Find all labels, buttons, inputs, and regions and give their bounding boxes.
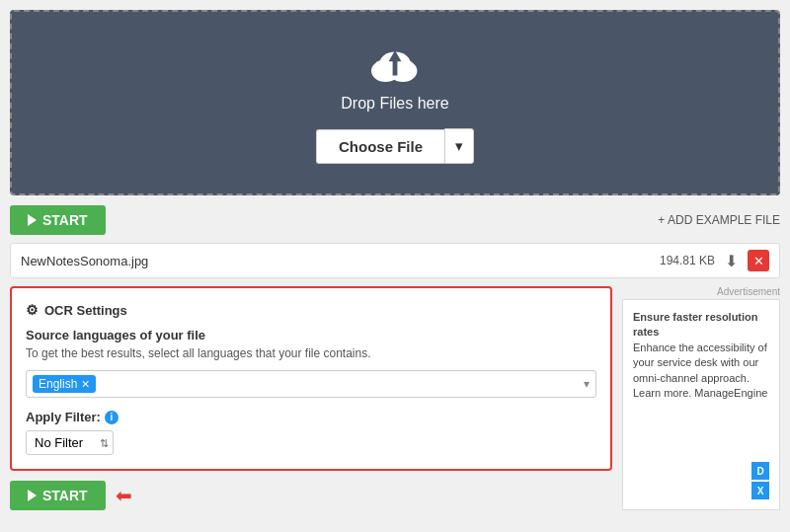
main-content: ⚙ OCR Settings Source languages of your … (10, 286, 780, 510)
page-wrapper: Drop Files here Choose File ▾ START + AD… (0, 0, 790, 532)
filter-info-icon[interactable]: i (105, 411, 118, 424)
lang-dropdown-arrow[interactable]: ▾ (584, 377, 590, 391)
ocr-settings-label: OCR Settings (44, 303, 127, 318)
bottom-toolbar: START ⬅ (10, 481, 612, 510)
choose-file-group: Choose File ▾ (316, 128, 474, 164)
ocr-settings-box: ⚙ OCR Settings Source languages of your … (10, 286, 612, 471)
english-tag: English ✕ (33, 375, 96, 393)
filter-label: Apply Filter: i (26, 410, 596, 424)
arrow-pointing-left: ⬅ (116, 484, 132, 507)
start-button-top[interactable]: START (10, 205, 106, 235)
cloud-upload-icon (363, 41, 427, 91)
add-example-link[interactable]: + ADD EXAMPLE FILE (658, 213, 780, 227)
right-panel: Advertisement Ensure faster resolution r… (622, 286, 780, 510)
drop-zone[interactable]: Drop Files here Choose File ▾ (10, 10, 780, 195)
drop-text: Drop Files here (341, 95, 448, 113)
file-size: 194.81 KB (660, 254, 715, 267)
language-selector[interactable]: English ✕ ▾ (26, 370, 596, 398)
source-lang-label: Source languages of your file (26, 328, 596, 342)
filter-label-text: Apply Filter: (26, 410, 101, 424)
start-button-bottom[interactable]: START (10, 481, 106, 510)
ad-label: Advertisement (622, 286, 780, 297)
play-icon-bottom (28, 490, 37, 501)
english-tag-remove[interactable]: ✕ (81, 378, 90, 391)
file-name: NewNotesSonoma.jpg (21, 254, 660, 268)
play-icon (28, 214, 37, 226)
file-row: NewNotesSonoma.jpg 194.81 KB ⬇ ✕ (10, 243, 780, 278)
ocr-settings-title: ⚙ OCR Settings (26, 302, 596, 318)
gear-icon: ⚙ (26, 302, 39, 318)
filter-wrapper: No Filter Sharpen Blur Grayscale (26, 430, 114, 455)
left-panel: ⚙ OCR Settings Source languages of your … (10, 286, 612, 510)
file-remove-button[interactable]: ✕ (748, 250, 769, 271)
english-tag-label: English (39, 377, 77, 391)
start-label-top: START (42, 212, 88, 228)
top-toolbar: START + ADD EXAMPLE FILE (10, 205, 780, 235)
start-label-bottom: START (42, 488, 88, 503)
ad-body: Enhance the accessibility of your servic… (633, 342, 767, 399)
ad-text: Ensure faster resolution rates Enhance t… (633, 310, 769, 401)
choose-file-button[interactable]: Choose File (316, 129, 444, 164)
download-icon: ⬇ (725, 252, 738, 270)
ad-box: Ensure faster resolution rates Enhance t… (622, 299, 780, 510)
ad-headline: Ensure faster resolution rates (633, 311, 758, 338)
ad-icons: D X (633, 462, 769, 499)
ad-icon-x[interactable]: X (751, 482, 769, 499)
source-lang-sublabel: To get the best results, select all lang… (26, 346, 596, 360)
choose-file-dropdown-button[interactable]: ▾ (444, 128, 474, 164)
ad-icon-d[interactable]: D (751, 462, 769, 480)
filter-select[interactable]: No Filter Sharpen Blur Grayscale (26, 430, 114, 455)
